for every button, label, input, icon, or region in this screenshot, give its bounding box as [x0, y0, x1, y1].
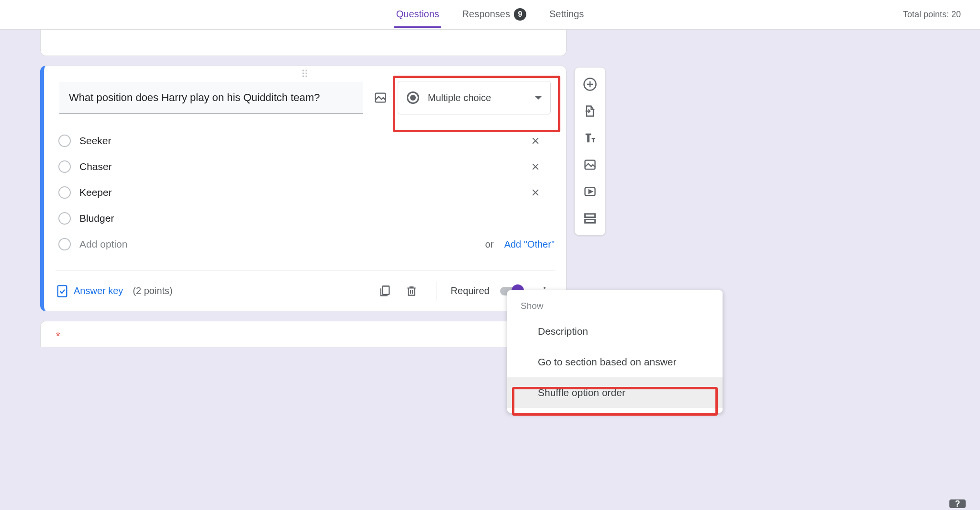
- question-title-input[interactable]: [59, 82, 363, 114]
- answer-key-label: Answer key: [74, 285, 123, 296]
- add-image-button[interactable]: [372, 89, 389, 106]
- multiple-choice-icon: [407, 91, 419, 104]
- next-question-card[interactable]: *: [40, 321, 567, 347]
- option-row[interactable]: Keeper: [58, 180, 555, 205]
- side-toolbar: [574, 67, 606, 236]
- trash-icon: [405, 285, 418, 297]
- radio-icon: [58, 135, 71, 147]
- previous-question-card[interactable]: [40, 30, 567, 56]
- option-row[interactable]: Chaser: [58, 154, 555, 180]
- image-icon: [374, 91, 387, 104]
- question-footer: Answer key (2 points) Required: [56, 271, 555, 311]
- tab-responses[interactable]: Responses 9: [460, 0, 528, 29]
- close-icon: [531, 136, 540, 146]
- menu-item-goto-section[interactable]: Go to section based on answer: [507, 347, 723, 377]
- radio-icon: [58, 160, 71, 173]
- option-label[interactable]: Keeper: [79, 187, 517, 198]
- option-label[interactable]: Bludger: [79, 213, 517, 224]
- answer-key-button[interactable]: Answer key: [56, 284, 123, 298]
- required-star: *: [56, 330, 60, 342]
- duplicate-button[interactable]: [375, 281, 395, 301]
- responses-count-badge: 9: [514, 8, 526, 21]
- total-points-label: Total points: 20: [903, 10, 961, 20]
- or-label: or: [485, 239, 494, 250]
- image-icon: [583, 158, 597, 171]
- question-type-label: Multiple choice: [428, 92, 526, 103]
- plus-circle-icon: [583, 77, 597, 91]
- chevron-down-icon: [535, 96, 542, 100]
- video-icon: [583, 185, 597, 198]
- option-row[interactable]: Bludger: [58, 205, 555, 231]
- section-icon: [583, 212, 597, 225]
- menu-header: Show: [507, 299, 723, 316]
- question-type-select[interactable]: Multiple choice: [398, 81, 551, 114]
- add-option-button[interactable]: Add option: [79, 238, 475, 250]
- text-title-icon: [583, 131, 597, 145]
- add-section-button[interactable]: [583, 211, 597, 226]
- points-label: (2 points): [133, 285, 172, 296]
- radio-icon: [58, 212, 71, 225]
- question-header: Multiple choice: [44, 78, 566, 116]
- add-question-button[interactable]: [583, 77, 597, 91]
- answer-key-icon: [56, 284, 69, 298]
- svg-rect-9: [585, 214, 595, 217]
- form-column: ⠿ Multiple choice Seek: [40, 30, 567, 347]
- close-icon: [531, 162, 540, 171]
- import-questions-button[interactable]: [583, 104, 597, 118]
- copy-icon: [378, 284, 391, 298]
- import-icon: [583, 104, 597, 118]
- menu-item-shuffle[interactable]: Shuffle option order: [507, 377, 723, 408]
- options-list: Seeker Chaser Keeper: [44, 116, 566, 261]
- divider: [436, 282, 436, 301]
- add-other-button[interactable]: Add "Other": [504, 239, 555, 250]
- add-title-button[interactable]: [583, 131, 597, 145]
- remove-option-button[interactable]: [526, 188, 545, 197]
- close-icon: [531, 188, 540, 197]
- svg-rect-1: [58, 285, 67, 296]
- required-label: Required: [451, 285, 490, 296]
- option-label[interactable]: Chaser: [79, 161, 517, 172]
- add-video-button[interactable]: [583, 184, 597, 199]
- add-image-button-side[interactable]: [583, 158, 597, 172]
- help-button[interactable]: ?: [949, 499, 966, 508]
- remove-option-button[interactable]: [526, 136, 545, 146]
- drag-handle-icon[interactable]: ⠿: [44, 66, 566, 78]
- svg-rect-10: [585, 219, 595, 223]
- radio-icon: [58, 186, 71, 199]
- svg-rect-2: [382, 286, 389, 295]
- question-card-active: ⠿ Multiple choice Seek: [40, 66, 567, 311]
- tabs-group: Questions Responses 9 Settings: [394, 0, 586, 29]
- remove-option-button[interactable]: [526, 162, 545, 171]
- tab-settings[interactable]: Settings: [547, 1, 586, 28]
- menu-item-description[interactable]: Description: [507, 316, 723, 347]
- svg-point-3: [544, 287, 546, 289]
- option-row[interactable]: Seeker: [58, 128, 555, 154]
- question-more-menu: Show Description Go to section based on …: [507, 290, 723, 413]
- option-label[interactable]: Seeker: [79, 135, 517, 147]
- top-tabbar: Questions Responses 9 Settings Total poi…: [0, 0, 980, 30]
- add-option-row: Add option or Add "Other": [58, 231, 555, 257]
- radio-icon: [58, 238, 71, 250]
- tab-responses-label: Responses: [462, 9, 510, 20]
- main-area: ⠿ Multiple choice Seek: [0, 30, 980, 510]
- tab-questions[interactable]: Questions: [394, 1, 441, 28]
- delete-button[interactable]: [401, 281, 422, 301]
